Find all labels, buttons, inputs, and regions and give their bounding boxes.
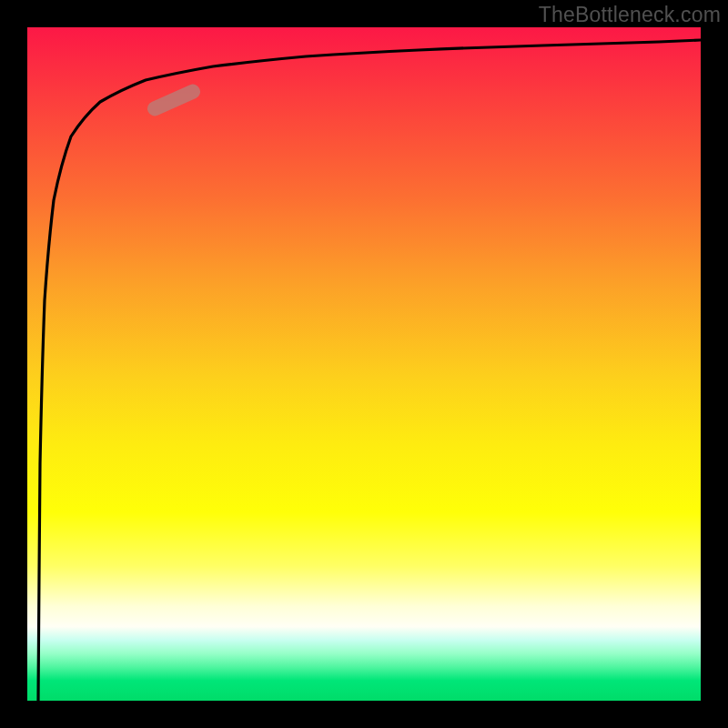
attribution-label: TheBottleneck.com xyxy=(539,3,721,27)
curve-line xyxy=(27,27,701,701)
chart-canvas: TheBottleneck.com xyxy=(0,0,728,728)
curve-marker xyxy=(145,82,202,118)
plot-area xyxy=(27,27,701,701)
curve-path xyxy=(38,40,701,701)
